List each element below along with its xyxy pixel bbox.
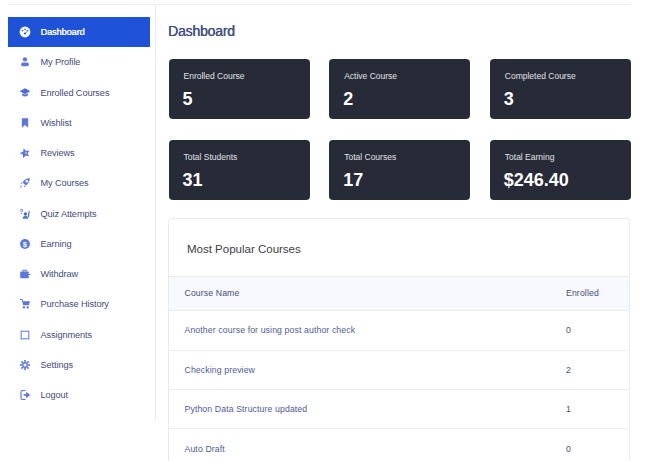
svg-text:?: ? xyxy=(19,208,23,215)
